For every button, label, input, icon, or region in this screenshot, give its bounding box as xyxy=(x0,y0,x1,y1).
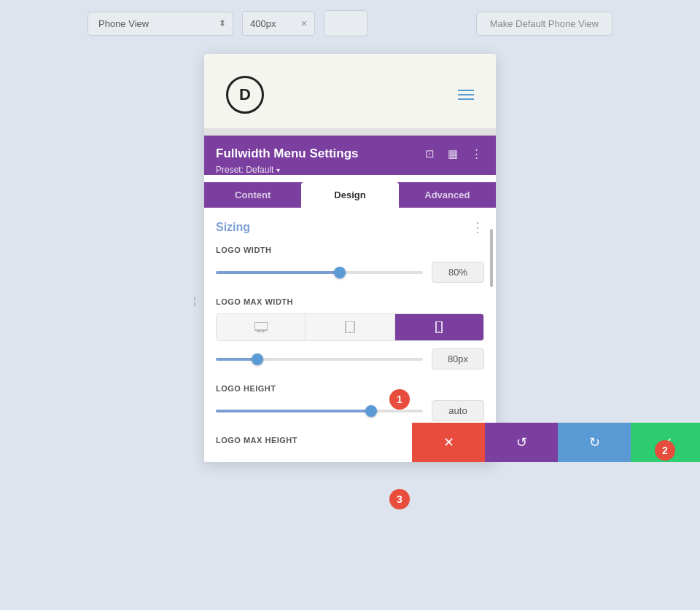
width-input-group: × xyxy=(242,11,315,36)
panel-header: Fullwidth Menu Settings ⊡ ▦ ⋮ Preset: De… xyxy=(204,136,496,175)
view-select[interactable]: Phone View xyxy=(88,12,233,36)
logo-width-slider-row xyxy=(216,262,484,283)
view-select-wrapper: Phone View ⬍ xyxy=(88,12,233,36)
badge-3: 3 xyxy=(389,489,410,509)
panel-tabs: Content Design Advanced xyxy=(204,182,496,208)
logo-max-width-label: Logo Max Width xyxy=(216,297,484,306)
scrollbar-right[interactable] xyxy=(490,229,493,287)
badge-1: 1 xyxy=(389,389,410,410)
panel-icons: ⊡ ▦ ⋮ xyxy=(421,146,484,162)
tab-design[interactable]: Design xyxy=(301,182,398,208)
svg-rect-0 xyxy=(254,322,268,330)
slider-thumb[interactable] xyxy=(334,267,346,278)
logo-height-slider[interactable] xyxy=(216,410,423,412)
desktop-device-btn[interactable] xyxy=(217,314,306,340)
phone-device-btn[interactable] xyxy=(395,314,483,340)
slider-thumb-3[interactable] xyxy=(365,405,377,417)
device-selector xyxy=(216,313,484,341)
width-extra-input xyxy=(324,10,368,36)
hamburger-menu-icon[interactable] xyxy=(458,90,474,100)
tab-content[interactable]: Content xyxy=(204,182,301,208)
preset-row: Preset: Default ▾ xyxy=(216,165,484,175)
logo-width-input[interactable] xyxy=(432,262,484,283)
clear-width-button[interactable]: × xyxy=(294,12,314,35)
divi-logo: D xyxy=(226,76,264,114)
gray-bar xyxy=(204,128,496,136)
slider-fill xyxy=(216,271,340,274)
logo-height-input[interactable] xyxy=(432,400,484,421)
expand-icon-button[interactable]: ⊡ xyxy=(421,146,438,162)
logo-height-label: Logo Height xyxy=(216,384,484,393)
tablet-device-btn[interactable] xyxy=(306,314,394,340)
logo-max-width-slider[interactable] xyxy=(216,358,423,361)
canvas-container: D Fullwidth Menu Settings ⊡ ▦ ⋮ xyxy=(204,54,496,462)
slider-fill-3 xyxy=(216,410,371,412)
logo-width-setting: Logo Width xyxy=(204,241,496,293)
phone-header: D xyxy=(204,54,496,128)
tab-advanced[interactable]: Advanced xyxy=(399,182,496,208)
top-bar: Phone View ⬍ × Make Default Phone View xyxy=(0,0,700,47)
width-input[interactable] xyxy=(243,12,294,35)
preset-arrow-icon: ▾ xyxy=(276,166,280,174)
section-title: Sizing xyxy=(216,221,250,234)
svg-point-7 xyxy=(439,331,440,332)
panel-title: Fullwidth Menu Settings xyxy=(216,146,358,161)
logo-height-slider-row xyxy=(216,400,484,421)
column-icon-button[interactable]: ▦ xyxy=(445,146,461,162)
preset-label: Preset: Default xyxy=(216,165,273,175)
badge-2: 2 xyxy=(655,440,675,461)
more-options-button[interactable]: ⋮ xyxy=(468,146,484,162)
sizing-section-header: Sizing ⋮ xyxy=(204,208,496,241)
cancel-button[interactable]: ✕ xyxy=(412,423,485,462)
phone-preview: D Fullwidth Menu Settings ⊡ ▦ ⋮ xyxy=(204,54,496,462)
logo-max-width-slider-row xyxy=(216,348,484,369)
logo-width-slider[interactable] xyxy=(216,271,423,274)
make-default-button[interactable]: Make Default Phone View xyxy=(476,12,612,36)
settings-panel: Fullwidth Menu Settings ⊡ ▦ ⋮ Preset: De… xyxy=(204,136,496,462)
canvas: D Fullwidth Menu Settings ⊡ ▦ ⋮ xyxy=(0,47,700,462)
logo-max-width-setting: Logo Max Width xyxy=(204,293,496,380)
logo-max-width-input[interactable] xyxy=(432,348,484,369)
undo-button[interactable]: ↺ xyxy=(485,423,558,462)
redo-button[interactable]: ↻ xyxy=(558,423,631,462)
resize-handle-left[interactable] xyxy=(194,297,195,307)
logo-width-label: Logo Width xyxy=(216,246,484,254)
slider-thumb-2[interactable] xyxy=(252,353,263,365)
svg-point-5 xyxy=(349,331,351,332)
section-more-button[interactable]: ⋮ xyxy=(471,219,484,235)
panel-title-row: Fullwidth Menu Settings ⊡ ▦ ⋮ xyxy=(216,146,484,162)
